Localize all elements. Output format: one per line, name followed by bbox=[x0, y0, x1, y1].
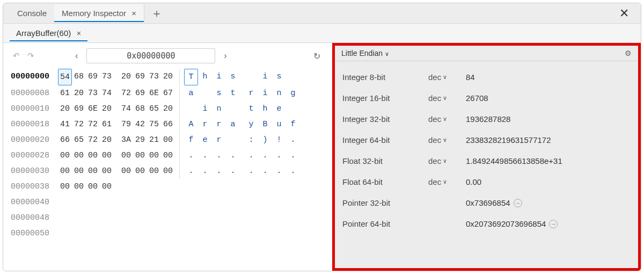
undo-icon[interactable]: ↶ bbox=[11, 50, 22, 62]
prev-page-button[interactable]: ‹ bbox=[70, 50, 83, 62]
ascii-byte[interactable]: t bbox=[226, 85, 240, 101]
ascii-byte[interactable]: a bbox=[226, 117, 240, 132]
ascii-byte[interactable]: r bbox=[198, 117, 212, 132]
hex-byte[interactable]: 67 bbox=[161, 85, 175, 101]
hex-byte[interactable]: 72 bbox=[119, 85, 133, 101]
ascii-byte[interactable]: . bbox=[226, 148, 240, 163]
hex-byte[interactable]: 20 bbox=[100, 101, 114, 117]
format-selector[interactable]: dec∨ bbox=[428, 73, 466, 82]
hex-byte[interactable]: 00 bbox=[86, 163, 100, 179]
ascii-byte[interactable]: . bbox=[272, 148, 286, 163]
ascii-byte[interactable]: A bbox=[184, 117, 198, 132]
format-selector[interactable]: dec∨ bbox=[428, 177, 466, 186]
ascii-byte[interactable]: i bbox=[258, 85, 272, 101]
hex-byte[interactable]: 73 bbox=[100, 69, 114, 85]
hex-byte[interactable]: 21 bbox=[147, 132, 161, 148]
ascii-byte[interactable]: e bbox=[272, 101, 286, 117]
ascii-byte[interactable] bbox=[226, 101, 240, 117]
ascii-byte[interactable]: s bbox=[212, 85, 226, 101]
hex-byte[interactable]: 00 bbox=[119, 148, 133, 163]
hex-byte[interactable]: 00 bbox=[100, 148, 114, 163]
hex-byte[interactable]: 69 bbox=[133, 85, 147, 101]
hex-byte[interactable]: 69 bbox=[72, 101, 86, 117]
hex-byte[interactable]: 00 bbox=[86, 179, 100, 194]
ascii-byte[interactable]: . bbox=[212, 163, 226, 179]
ascii-byte[interactable]: s bbox=[226, 69, 240, 85]
hex-byte[interactable]: 00 bbox=[58, 179, 72, 194]
hex-byte[interactable]: 20 bbox=[58, 101, 72, 117]
hex-byte[interactable]: 68 bbox=[72, 69, 86, 85]
hex-byte[interactable]: 6E bbox=[86, 101, 100, 117]
hex-byte[interactable]: 74 bbox=[119, 101, 133, 117]
hex-byte[interactable]: 66 bbox=[58, 132, 72, 148]
hex-byte[interactable]: 73 bbox=[147, 69, 161, 85]
ascii-byte[interactable]: ) bbox=[258, 132, 272, 148]
hex-byte[interactable]: 6E bbox=[147, 85, 161, 101]
endianness-selector[interactable]: Little Endian ∨ bbox=[341, 49, 389, 57]
hex-byte[interactable]: 74 bbox=[100, 85, 114, 101]
ascii-byte[interactable] bbox=[226, 132, 240, 148]
hex-byte[interactable]: 00 bbox=[147, 148, 161, 163]
hex-byte[interactable]: 73 bbox=[86, 85, 100, 101]
hex-byte[interactable]: 68 bbox=[133, 101, 147, 117]
ascii-byte[interactable] bbox=[198, 85, 212, 101]
jump-to-address-icon[interactable]: → bbox=[549, 220, 558, 228]
ascii-byte[interactable]: t bbox=[244, 101, 258, 117]
ascii-byte[interactable]: f bbox=[286, 117, 300, 132]
hex-byte[interactable]: 00 bbox=[86, 148, 100, 163]
ascii-byte[interactable]: ! bbox=[272, 132, 286, 148]
hex-byte[interactable]: 75 bbox=[147, 117, 161, 132]
address-input[interactable] bbox=[86, 48, 215, 63]
ascii-byte[interactable]: . bbox=[184, 163, 198, 179]
hex-byte[interactable]: 66 bbox=[161, 117, 175, 132]
hex-byte[interactable]: 00 bbox=[100, 179, 114, 194]
ascii-byte[interactable]: i bbox=[258, 69, 272, 85]
ascii-byte[interactable]: . bbox=[244, 148, 258, 163]
hex-byte[interactable]: 20 bbox=[161, 101, 175, 117]
ascii-byte[interactable]: . bbox=[244, 163, 258, 179]
hex-byte[interactable]: 00 bbox=[58, 163, 72, 179]
ascii-byte[interactable]: r bbox=[244, 85, 258, 101]
close-icon[interactable]: × bbox=[131, 9, 136, 18]
ascii-byte[interactable]: . bbox=[286, 132, 300, 148]
ascii-byte[interactable]: a bbox=[184, 85, 198, 101]
ascii-byte[interactable]: : bbox=[244, 132, 258, 148]
ascii-byte[interactable] bbox=[184, 101, 198, 117]
hex-byte[interactable]: 00 bbox=[161, 148, 175, 163]
ascii-byte[interactable]: h bbox=[258, 101, 272, 117]
tab-console[interactable]: Console bbox=[10, 4, 54, 22]
format-selector[interactable]: dec∨ bbox=[428, 93, 466, 103]
hex-byte[interactable]: 41 bbox=[58, 117, 72, 132]
ascii-byte[interactable]: s bbox=[272, 69, 286, 85]
hex-byte[interactable]: 00 bbox=[72, 148, 86, 163]
hex-byte[interactable]: 00 bbox=[72, 179, 86, 194]
refresh-icon[interactable]: ↻ bbox=[309, 50, 325, 62]
hex-byte[interactable]: 42 bbox=[133, 117, 147, 132]
ascii-byte[interactable]: . bbox=[286, 148, 300, 163]
jump-to-address-icon[interactable]: → bbox=[514, 199, 522, 207]
hex-byte[interactable]: 00 bbox=[133, 148, 147, 163]
ascii-byte[interactable]: . bbox=[212, 148, 226, 163]
format-selector[interactable]: dec∨ bbox=[428, 135, 466, 145]
hex-byte[interactable]: 61 bbox=[100, 117, 114, 132]
ascii-byte[interactable]: f bbox=[184, 132, 198, 148]
ascii-byte[interactable]: n bbox=[212, 101, 226, 117]
hex-byte[interactable]: 69 bbox=[133, 69, 147, 85]
hex-byte[interactable]: 20 bbox=[119, 69, 133, 85]
ascii-byte[interactable]: e bbox=[198, 132, 212, 148]
ascii-byte[interactable]: . bbox=[258, 148, 272, 163]
ascii-byte[interactable]: g bbox=[286, 85, 300, 101]
hex-byte[interactable]: 20 bbox=[72, 85, 86, 101]
hex-byte[interactable]: 65 bbox=[72, 132, 86, 148]
ascii-byte[interactable]: B bbox=[258, 117, 272, 132]
tab-memory-inspector[interactable]: Memory Inspector × bbox=[54, 4, 144, 22]
hex-byte[interactable]: 61 bbox=[58, 85, 72, 101]
close-panel-icon[interactable]: ✕ bbox=[616, 5, 632, 21]
ascii-byte[interactable]: . bbox=[272, 163, 286, 179]
hex-byte[interactable]: 00 bbox=[147, 163, 161, 179]
hex-byte[interactable]: 00 bbox=[161, 163, 175, 179]
ascii-byte[interactable] bbox=[286, 69, 300, 85]
redo-icon[interactable]: ↷ bbox=[25, 50, 36, 62]
next-page-button[interactable]: › bbox=[218, 50, 232, 62]
add-tab-button[interactable]: ＋ bbox=[144, 5, 169, 21]
